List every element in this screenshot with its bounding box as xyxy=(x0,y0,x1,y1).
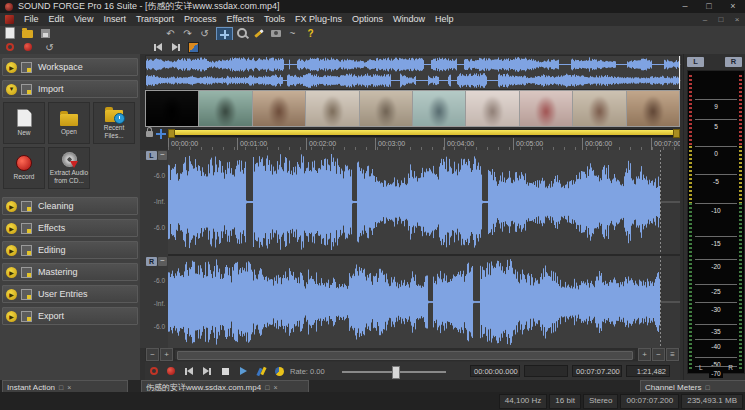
rate-slider-thumb[interactable] xyxy=(392,366,400,379)
zoom-out-time-button[interactable]: − xyxy=(146,348,159,361)
import-recent-files-button[interactable]: Recent Files... xyxy=(93,102,135,144)
close-icon[interactable]: × xyxy=(273,384,277,391)
save-file-button[interactable] xyxy=(38,27,53,39)
import-extract-cd-button[interactable]: Extract Audio from CD... xyxy=(48,147,90,189)
import-record-button[interactable]: Record xyxy=(3,147,45,189)
repeat-button[interactable]: ↺ xyxy=(197,27,212,39)
pencil-icon xyxy=(254,29,264,38)
horizontal-scrollbar[interactable]: − + + − ≡ xyxy=(145,348,680,361)
lock-icon[interactable] xyxy=(146,131,153,137)
loop-playback-button[interactable] xyxy=(272,365,286,377)
zoom-menu-button[interactable]: ≡ xyxy=(666,348,679,361)
undo-button[interactable]: ↶ xyxy=(163,27,178,39)
record-remote-button[interactable] xyxy=(2,41,17,53)
menu-item[interactable]: Tools xyxy=(259,13,290,26)
menu-item[interactable]: File xyxy=(19,13,44,26)
scrollbar-track[interactable] xyxy=(175,350,635,359)
loop-playback-button[interactable]: ↺ xyxy=(42,41,57,53)
zoom-out-button[interactable]: − xyxy=(652,348,665,361)
snapshot-tool-button[interactable] xyxy=(268,27,283,39)
menu-item[interactable]: Transport xyxy=(131,13,179,26)
go-to-start-button[interactable] xyxy=(150,41,165,53)
menu-item[interactable]: Help xyxy=(430,13,459,26)
close-button[interactable]: × xyxy=(721,0,745,13)
meter-left-button[interactable]: L xyxy=(687,57,704,67)
edit-tool-button[interactable] xyxy=(216,27,233,41)
loop-selection-bar[interactable] xyxy=(168,129,680,137)
redo-button[interactable]: ↷ xyxy=(180,27,195,39)
magnify-tool-button[interactable] xyxy=(234,27,249,39)
meter-right-button[interactable]: R xyxy=(725,57,742,67)
menu-item[interactable]: Process xyxy=(179,13,222,26)
overview-waveform[interactable] xyxy=(145,55,682,90)
zoom-in-button[interactable]: + xyxy=(638,348,651,361)
record-remote-icon xyxy=(150,367,158,375)
maximize-button[interactable]: □ xyxy=(697,0,721,13)
whats-this-help-button[interactable]: ? xyxy=(303,27,318,39)
open-folder-icon xyxy=(60,114,78,126)
right-channel-waveform[interactable] xyxy=(168,256,680,348)
sidebar-section-mastering[interactable]: ▶ Mastering xyxy=(2,263,138,281)
import-new-button[interactable]: New xyxy=(3,102,45,144)
sidebar-section-export[interactable]: ▶ Export xyxy=(2,307,138,325)
play-button[interactable] xyxy=(236,365,250,377)
editing-icon xyxy=(21,245,32,256)
menu-item[interactable]: Options xyxy=(347,13,388,26)
scrub-tool-button[interactable]: ~ xyxy=(285,27,300,39)
mdi-restore-button[interactable]: □ xyxy=(713,13,729,26)
right-channel-minimize-button[interactable]: − xyxy=(158,257,167,266)
selection-end-handle[interactable] xyxy=(673,129,680,138)
sidebar-section-user-entries[interactable]: ▶ User Entries xyxy=(2,285,138,303)
video-thumbnail-strip[interactable] xyxy=(145,90,680,127)
mdi-minimize-button[interactable]: – xyxy=(697,13,713,26)
record-button[interactable] xyxy=(164,365,178,377)
go-to-start-button[interactable] xyxy=(182,365,196,377)
cursor-time-field[interactable]: 00:00:00.000 xyxy=(470,365,520,377)
right-channel-button[interactable]: R xyxy=(146,257,157,266)
meter-scale-label: -70 xyxy=(709,370,722,378)
float-window-icon[interactable]: □ xyxy=(59,384,63,391)
meter-body: 9 5 0 -5 -10 xyxy=(687,70,745,374)
video-thumbnail xyxy=(306,91,358,126)
selection-time-field[interactable] xyxy=(524,365,568,377)
open-file-button[interactable] xyxy=(20,27,35,39)
zoom-in-time-button[interactable]: + xyxy=(160,348,173,361)
menu-item[interactable]: Edit xyxy=(44,13,70,26)
menu-item[interactable]: Effects xyxy=(222,13,259,26)
record-remote-button[interactable] xyxy=(147,365,161,377)
sidebar-section-effects[interactable]: ▶ Effects xyxy=(2,219,138,237)
length-field[interactable]: 1:21,482 xyxy=(626,365,670,377)
sidebar-section-import[interactable]: ▼ Import xyxy=(2,80,138,98)
selection-region[interactable] xyxy=(169,130,679,135)
waveform-display[interactable] xyxy=(168,150,680,348)
menu-item[interactable]: View xyxy=(69,13,98,26)
play-as-sample-button[interactable] xyxy=(254,365,268,377)
scrollbar-thumb[interactable] xyxy=(177,351,633,360)
close-icon[interactable]: × xyxy=(67,384,71,391)
minimize-button[interactable]: – xyxy=(673,0,697,13)
import-open-button[interactable]: Open xyxy=(48,102,90,144)
event-tool-button[interactable] xyxy=(186,41,201,53)
new-file-button[interactable] xyxy=(2,27,17,39)
go-to-end-button[interactable] xyxy=(168,41,183,53)
menu-item[interactable]: Window xyxy=(388,13,430,26)
sidebar-section-workspace[interactable]: ▶ Workspace xyxy=(2,58,138,76)
float-window-icon[interactable]: □ xyxy=(705,384,709,391)
restore-window-icon[interactable]: □ xyxy=(265,384,269,391)
left-channel-waveform[interactable] xyxy=(168,150,680,254)
go-to-end-button[interactable] xyxy=(200,365,214,377)
pencil-tool-button[interactable] xyxy=(251,27,266,39)
end-time-field[interactable]: 00:07:07.200 xyxy=(572,365,622,377)
selection-start-handle[interactable] xyxy=(168,129,175,138)
stop-button[interactable] xyxy=(218,365,232,377)
sidebar-section-cleaning[interactable]: ▶ Cleaning xyxy=(2,197,138,215)
sidebar-section-editing[interactable]: ▶ Editing xyxy=(2,241,138,259)
left-channel-minimize-button[interactable]: − xyxy=(158,151,167,160)
record-button[interactable] xyxy=(20,41,35,53)
mdi-close-button[interactable]: × xyxy=(729,13,745,26)
menu-item[interactable]: FX Plug-Ins xyxy=(290,13,347,26)
left-channel-button[interactable]: L xyxy=(146,151,157,160)
menu-item[interactable]: Insert xyxy=(98,13,131,26)
repeat-icon: ↺ xyxy=(200,28,208,39)
pan-tool-icon[interactable] xyxy=(156,129,166,139)
